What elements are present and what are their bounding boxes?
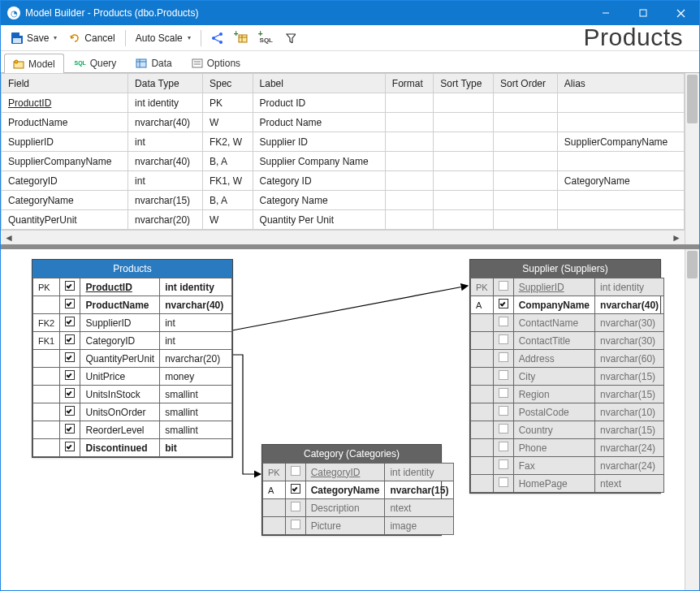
column-header[interactable]: Sort Type — [434, 74, 494, 93]
column-header[interactable]: Spec — [202, 74, 253, 93]
grid-row[interactable]: SupplierCompanyNamenvarchar(40)B, ASuppl… — [2, 152, 685, 171]
entity-row[interactable]: QuantityPerUnitnvarchar(20) — [33, 350, 232, 368]
entity-row[interactable]: PostalCodenvarchar(10) — [471, 403, 664, 421]
grid-cell[interactable]: SupplierCompanyName — [2, 152, 128, 171]
grid-cell[interactable] — [385, 152, 433, 171]
grid-cell[interactable] — [434, 191, 494, 210]
close-button[interactable] — [662, 1, 699, 25]
grid-cell[interactable]: Category Name — [253, 191, 385, 210]
grid-cell[interactable] — [434, 210, 494, 230]
tab-model[interactable]: Model — [4, 54, 64, 73]
grid-cell[interactable]: int — [128, 132, 203, 152]
entity-category[interactable]: Category (Categories) PKCategoryIDint id… — [261, 444, 442, 536]
grid-row[interactable]: ProductIDint identityPKProduct ID — [2, 93, 685, 113]
checkbox-cell[interactable] — [493, 332, 513, 350]
grid-cell[interactable]: PK — [202, 93, 253, 113]
filter-button[interactable] — [279, 28, 302, 48]
entity-row[interactable]: FK1CategoryIDint — [33, 332, 232, 350]
checkbox-cell[interactable] — [493, 421, 513, 439]
checkbox-cell[interactable] — [285, 481, 305, 499]
vertical-scrollbar[interactable] — [685, 73, 699, 244]
grid-cell[interactable]: CategoryName — [2, 191, 128, 210]
grid-cell[interactable]: B, A — [202, 191, 253, 210]
grid-cell[interactable]: int — [128, 171, 203, 191]
save-button[interactable]: Save ▾ — [6, 28, 62, 48]
grid-cell[interactable]: Quantity Per Unit — [253, 210, 385, 230]
grid-cell[interactable] — [434, 132, 494, 152]
grid-cell[interactable] — [493, 171, 557, 191]
canvas-vertical-scrollbar[interactable] — [685, 249, 699, 590]
entity-row[interactable]: Addressnvarchar(60) — [471, 350, 664, 368]
checkbox-cell[interactable] — [60, 350, 80, 368]
grid-cell[interactable] — [385, 93, 433, 113]
grid-row[interactable]: CategoryNamenvarchar(15)B, ACategory Nam… — [2, 191, 685, 210]
checkbox-cell[interactable] — [285, 499, 305, 517]
scroll-right-icon[interactable]: ► — [670, 232, 683, 244]
entity-row[interactable]: Descriptionntext — [263, 499, 454, 517]
entity-row[interactable]: ProductNamenvarchar(40) — [33, 296, 232, 314]
entity-row[interactable]: Countrynvarchar(15) — [471, 421, 664, 439]
column-header[interactable]: Format — [385, 74, 433, 93]
grid-cell[interactable]: nvarchar(20) — [128, 210, 203, 230]
grid-cell[interactable]: CategoryName — [557, 171, 684, 191]
entity-row[interactable]: Discontinuedbit — [33, 439, 232, 457]
checkbox-cell[interactable] — [493, 278, 513, 296]
checkbox-cell[interactable] — [493, 314, 513, 332]
checkbox-cell[interactable] — [60, 368, 80, 386]
add-sql-button[interactable]: + SQL — [255, 28, 278, 48]
checkbox-cell[interactable] — [60, 421, 80, 439]
grid-cell[interactable] — [385, 210, 433, 230]
grid-cell[interactable]: CategoryID — [2, 171, 128, 191]
entity-row[interactable]: Citynvarchar(15) — [471, 368, 664, 386]
entity-row[interactable]: ReorderLevelsmallint — [33, 421, 232, 439]
entity-row[interactable]: UnitPricemoney — [33, 368, 232, 386]
share-button[interactable] — [206, 28, 229, 48]
grid-cell[interactable]: Category ID — [253, 171, 385, 191]
checkbox-cell[interactable] — [493, 457, 513, 475]
checkbox-cell[interactable] — [60, 296, 80, 314]
entity-row[interactable]: ACompanyNamenvarchar(40) — [471, 296, 664, 314]
entity-row[interactable]: ContactNamenvarchar(30) — [471, 314, 664, 332]
autoscale-button[interactable]: Auto Scale ▾ — [131, 28, 196, 48]
grid-row[interactable]: QuantityPerUnitnvarchar(20)WQuantity Per… — [2, 210, 685, 230]
grid-cell[interactable] — [385, 113, 433, 132]
grid-cell[interactable] — [434, 152, 494, 171]
checkbox-cell[interactable] — [285, 464, 305, 481]
grid-row[interactable]: ProductNamenvarchar(40)WProduct Name — [2, 113, 685, 132]
grid-cell[interactable]: B, A — [202, 152, 253, 171]
grid-cell[interactable]: Supplier ID — [253, 132, 385, 152]
grid-cell[interactable] — [385, 171, 433, 191]
grid-cell[interactable]: nvarchar(40) — [128, 152, 203, 171]
grid-cell[interactable] — [557, 152, 684, 171]
grid-cell[interactable]: FK2, W — [202, 132, 253, 152]
grid-cell[interactable] — [557, 191, 684, 210]
column-header[interactable]: Field — [2, 74, 128, 93]
minimize-button[interactable] — [587, 1, 624, 25]
grid-cell[interactable]: ProductID — [2, 93, 128, 113]
grid-cell[interactable] — [493, 113, 557, 132]
grid-cell[interactable] — [493, 93, 557, 113]
checkbox-cell[interactable] — [493, 296, 513, 314]
entity-products[interactable]: Products PKProductIDint identityProductN… — [32, 259, 233, 458]
horizontal-scrollbar[interactable]: ◄ ► — [1, 230, 685, 244]
fields-grid[interactable]: FieldData TypeSpecLabelFormatSort TypeSo… — [1, 73, 685, 230]
grid-cell[interactable]: SupplierID — [2, 132, 128, 152]
checkbox-cell[interactable] — [493, 350, 513, 368]
grid-cell[interactable] — [434, 113, 494, 132]
checkbox-cell[interactable] — [493, 439, 513, 457]
grid-row[interactable]: SupplierIDintFK2, WSupplier IDSupplierCo… — [2, 132, 685, 152]
grid-cell[interactable]: SupplierCompanyName — [557, 132, 684, 152]
entity-row[interactable]: PKSupplierIDint identity — [471, 278, 664, 296]
grid-cell[interactable]: ProductName — [2, 113, 128, 132]
entity-row[interactable]: UnitsInStocksmallint — [33, 386, 232, 403]
checkbox-cell[interactable] — [285, 517, 305, 535]
checkbox-cell[interactable] — [60, 439, 80, 457]
entity-row[interactable]: PKCategoryIDint identity — [263, 464, 454, 481]
entity-row[interactable]: UnitsOnOrdersmallint — [33, 403, 232, 421]
tab-options[interactable]: Options — [183, 53, 249, 72]
grid-cell[interactable] — [385, 191, 433, 210]
checkbox-cell[interactable] — [60, 332, 80, 350]
grid-cell[interactable] — [493, 210, 557, 230]
entity-row[interactable]: Regionnvarchar(15) — [471, 386, 664, 403]
column-header[interactable]: Data Type — [128, 74, 203, 93]
